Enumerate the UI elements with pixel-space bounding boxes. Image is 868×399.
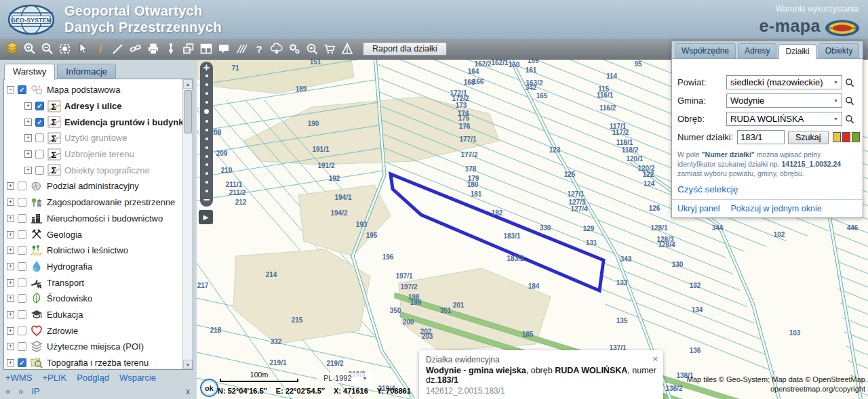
zoom-level-dot[interactable]: [205, 83, 208, 86]
zoom-level-dot[interactable]: [205, 146, 208, 149]
tree-expander[interactable]: +: [24, 134, 32, 142]
powiat-search-icon[interactable]: [842, 77, 857, 88]
scroll-thumb[interactable]: [184, 90, 192, 133]
nav-next-button[interactable]: »: [18, 386, 23, 396]
zoom-level-dot[interactable]: [205, 163, 208, 166]
feedback-balloon-button[interactable]: [215, 39, 233, 58]
panel-footer-link-1[interactable]: Pokazuj w jednym oknie: [731, 204, 822, 213]
zoom-level-dot[interactable]: [205, 75, 208, 77]
tree-checkbox[interactable]: [18, 214, 26, 223]
gmina-search-icon[interactable]: [842, 96, 857, 106]
tree-checkbox[interactable]: [18, 310, 26, 319]
tree-checkbox[interactable]: [18, 230, 26, 239]
sidebar-close-button[interactable]: x: [186, 387, 190, 396]
tree-checkbox[interactable]: ✓: [35, 102, 44, 110]
sidebar-tab-1[interactable]: Informacje: [57, 64, 116, 79]
print-button[interactable]: [144, 39, 162, 58]
tree-checkbox[interactable]: ✓: [18, 85, 26, 94]
panel-tab-2[interactable]: Działki: [778, 44, 816, 59]
selection-swatch-2[interactable]: [852, 132, 860, 142]
tree-expander[interactable]: +: [7, 295, 14, 302]
nav-prev-button[interactable]: «: [5, 386, 10, 396]
panel-tab-0[interactable]: Współrzędne: [675, 43, 736, 58]
sidebar-link-0[interactable]: +WMS: [5, 373, 32, 383]
measure-button[interactable]: [109, 39, 127, 58]
zoom-level-dots[interactable]: [204, 72, 209, 194]
tree-item[interactable]: +Zagospodarowanie przestrzenne: [7, 194, 180, 211]
hatching-button[interactable]: [233, 39, 250, 58]
tree-item[interactable]: +Hydrografia: [7, 259, 180, 275]
layers-button[interactable]: [3, 39, 21, 58]
tree-checkbox[interactable]: [35, 166, 44, 175]
scroll-down-icon[interactable]: ▼: [183, 360, 193, 369]
tree-expander[interactable]: +: [7, 182, 14, 190]
cloud-download-button[interactable]: [268, 39, 285, 58]
tree-expander[interactable]: +: [7, 327, 14, 335]
window-copy-button[interactable]: [180, 39, 197, 58]
tree-item[interactable]: +ΣObiekty topograficzne: [24, 162, 180, 178]
tree-expander[interactable]: +: [7, 311, 14, 318]
magnifier-preview-button[interactable]: [303, 39, 321, 58]
zoom-in-button[interactable]: [21, 39, 39, 58]
tree-expander[interactable]: +: [7, 343, 14, 350]
tree-item[interactable]: +Transport: [7, 274, 180, 291]
settings-gears-button[interactable]: [285, 39, 303, 58]
zoom-level-dot[interactable]: [205, 172, 208, 175]
tree-item[interactable]: +Użyteczne miejsca (POI): [7, 339, 180, 355]
tree-item[interactable]: +Geologia: [7, 226, 180, 243]
tree-checkbox[interactable]: [35, 133, 44, 142]
tree-expander[interactable]: +: [7, 263, 14, 270]
zoom-in-button[interactable]: +: [203, 62, 210, 72]
tree-expander[interactable]: +: [7, 247, 14, 254]
tree-checkbox[interactable]: [18, 198, 26, 207]
zoom-level-dot[interactable]: [205, 181, 208, 184]
cart-button[interactable]: [321, 39, 338, 58]
tree-item[interactable]: −✓Mapa podstawowa: [7, 82, 180, 98]
tree-item[interactable]: +✓ΣAdresy i ulice: [24, 98, 180, 114]
gmina-select[interactable]: Wodynie▼: [726, 93, 842, 108]
selection-swatch-1[interactable]: [842, 132, 850, 142]
sidebar-link-1[interactable]: +PLIK: [42, 373, 66, 383]
pointer-button[interactable]: [74, 39, 92, 58]
tree-expander[interactable]: +: [7, 198, 14, 206]
tree-checkbox[interactable]: [18, 246, 26, 255]
panel-close-icon[interactable]: ×: [861, 45, 868, 58]
panel-footer-link-0[interactable]: Ukryj panel: [677, 204, 720, 213]
geolocation-pin-button[interactable]: [162, 39, 180, 58]
tree-checkbox[interactable]: [18, 294, 26, 303]
select-region-button[interactable]: [56, 39, 74, 58]
terms-link[interactable]: Warunki wykorzystania: [776, 4, 859, 14]
sidebar-link-2[interactable]: Podgląd: [77, 373, 109, 383]
selection-swatch-0[interactable]: [833, 132, 841, 142]
tree-item[interactable]: +Rolnictwo i leśnictwo: [7, 243, 180, 259]
powiat-select[interactable]: siedlecki (mazowieckie)▼: [726, 75, 842, 89]
obreb-select[interactable]: RUDA WOLIŃSKA▼: [726, 112, 842, 126]
layout-panels-button[interactable]: [197, 39, 215, 58]
info-button[interactable]: i: [92, 39, 109, 58]
zoom-level-dot[interactable]: [205, 92, 208, 95]
popup-close-icon[interactable]: ×: [652, 354, 658, 364]
zoom-level-dot[interactable]: [204, 109, 209, 114]
tree-checkbox[interactable]: [35, 150, 44, 159]
ip-link[interactable]: IP: [31, 386, 39, 396]
zoom-level-dot[interactable]: [205, 101, 208, 104]
help-button[interactable]: ?: [250, 39, 268, 58]
tree-expander[interactable]: +: [7, 279, 14, 287]
zoom-out-button[interactable]: [39, 39, 56, 58]
sidebar-link-3[interactable]: Wsparcie: [119, 373, 156, 383]
panel-tab-3[interactable]: Obiekty: [818, 43, 860, 58]
tree-expander[interactable]: −: [7, 86, 14, 93]
tree-item[interactable]: +✓Topografia i rzeźba terenu: [7, 355, 180, 370]
tree-checkbox[interactable]: [18, 262, 26, 271]
zoom-level-dot[interactable]: [205, 155, 208, 158]
tree-expander[interactable]: +: [7, 359, 14, 366]
tree-expander[interactable]: +: [7, 231, 14, 238]
tree-expander[interactable]: +: [24, 102, 32, 110]
zoom-level-dot[interactable]: [205, 190, 208, 192]
tree-expander[interactable]: +: [24, 167, 32, 174]
tree-item[interactable]: +Nieruchomości i budownictwo: [7, 211, 180, 227]
tree-item[interactable]: +Zdrowie: [7, 322, 180, 339]
clear-selection-link[interactable]: Czyść selekcję: [677, 184, 857, 194]
link-button[interactable]: [127, 39, 144, 58]
parcel-number-input[interactable]: [737, 130, 785, 144]
